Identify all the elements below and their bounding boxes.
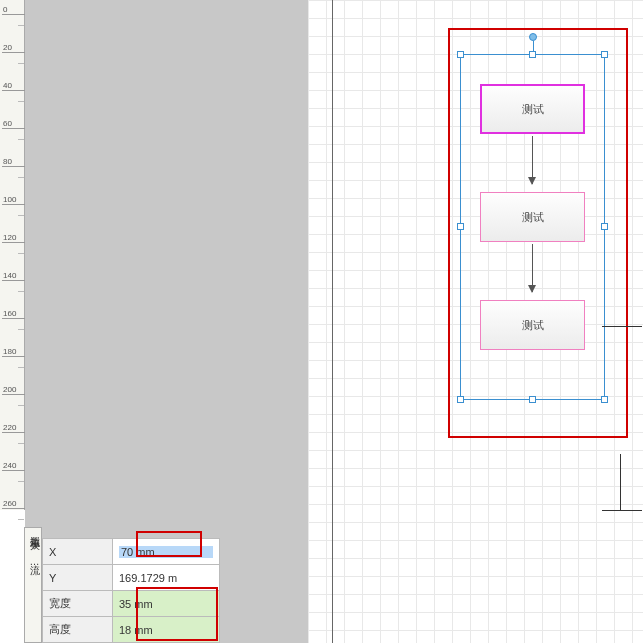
node-label: 测试 xyxy=(522,102,544,117)
property-table: X Y 169.1729 m 宽度 35 mm 高度 18 mm xyxy=(42,538,220,643)
prop-value-y[interactable]: 169.1729 m xyxy=(113,565,220,591)
prop-value-height[interactable]: 18 mm xyxy=(113,617,220,643)
prop-label: Y xyxy=(43,565,113,591)
ruler-minor-tick xyxy=(18,139,24,140)
drawing-canvas[interactable]: 测试 测试 测试 xyxy=(308,0,643,643)
stray-connector-v xyxy=(620,454,621,510)
rotation-handle[interactable] xyxy=(529,33,537,41)
resize-handle-e[interactable] xyxy=(601,223,608,230)
x-input[interactable] xyxy=(119,546,213,558)
ruler-tick: 20 xyxy=(2,44,25,53)
ruler-minor-tick xyxy=(18,215,24,216)
page-edge xyxy=(332,0,333,643)
stray-connector-h xyxy=(602,326,642,327)
flowchart-node-3[interactable]: 测试 xyxy=(480,300,585,350)
connector-arrow-2[interactable] xyxy=(532,244,533,292)
resize-handle-sw[interactable] xyxy=(457,396,464,403)
ruler-tick: 80 xyxy=(2,158,25,167)
prop-row-height[interactable]: 高度 18 mm xyxy=(43,617,220,643)
ruler-minor-tick xyxy=(18,253,24,254)
ruler-tick: 100 xyxy=(2,196,25,205)
prop-label: 高度 xyxy=(43,617,113,643)
ruler-tick: 200 xyxy=(2,386,25,395)
ruler-tick: 260 xyxy=(2,500,25,509)
ruler-minor-tick xyxy=(18,101,24,102)
node-label: 测试 xyxy=(522,210,544,225)
property-panel-title: 大小和位置 - 流… xyxy=(24,527,42,643)
node-label: 测试 xyxy=(522,318,544,333)
ruler-minor-tick xyxy=(18,481,24,482)
ruler-minor-tick xyxy=(18,443,24,444)
prop-row-x[interactable]: X xyxy=(43,539,220,565)
resize-handle-nw[interactable] xyxy=(457,51,464,58)
ruler-minor-tick xyxy=(18,519,24,520)
ruler-minor-tick xyxy=(18,291,24,292)
ruler-tick: 60 xyxy=(2,120,25,129)
flowchart-node-1[interactable]: 测试 xyxy=(480,84,585,134)
ruler-tick: 0 xyxy=(2,6,25,15)
ruler-minor-tick xyxy=(18,329,24,330)
ruler-tick: 240 xyxy=(2,462,25,471)
resize-handle-s[interactable] xyxy=(529,396,536,403)
ruler-minor-tick xyxy=(18,63,24,64)
ruler-tick: 40 xyxy=(2,82,25,91)
flowchart-node-2[interactable]: 测试 xyxy=(480,192,585,242)
prop-row-width[interactable]: 宽度 35 mm xyxy=(43,591,220,617)
ruler-tick: 180 xyxy=(2,348,25,357)
ruler-tick: 140 xyxy=(2,272,25,281)
prop-value-width[interactable]: 35 mm xyxy=(113,591,220,617)
resize-handle-w[interactable] xyxy=(457,223,464,230)
prop-label: 宽度 xyxy=(43,591,113,617)
prop-value-x[interactable] xyxy=(113,539,220,565)
ruler-tick: 220 xyxy=(2,424,25,433)
ruler-minor-tick xyxy=(18,405,24,406)
ruler-minor-tick xyxy=(18,25,24,26)
connector-arrow-1[interactable] xyxy=(532,136,533,184)
resize-handle-n[interactable] xyxy=(529,51,536,58)
prop-row-y[interactable]: Y 169.1729 m xyxy=(43,565,220,591)
vertical-ruler: 020406080100120140160180200220240260 xyxy=(0,0,25,510)
prop-label: X xyxy=(43,539,113,565)
ruler-tick: 160 xyxy=(2,310,25,319)
ruler-minor-tick xyxy=(18,177,24,178)
ruler-tick: 120 xyxy=(2,234,25,243)
resize-handle-se[interactable] xyxy=(601,396,608,403)
resize-handle-ne[interactable] xyxy=(601,51,608,58)
ruler-minor-tick xyxy=(18,367,24,368)
stray-connector-h2 xyxy=(602,510,642,511)
